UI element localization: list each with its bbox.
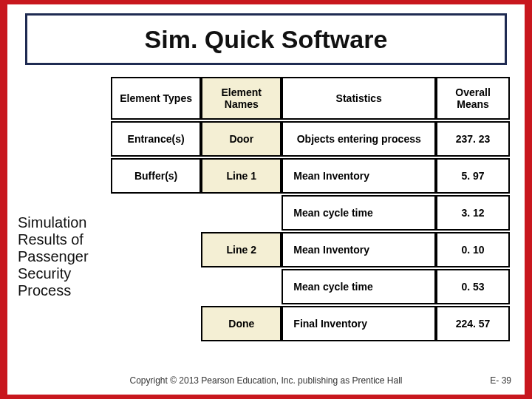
footer-copyright: Copyright © 2013 Pearson Education, Inc.… xyxy=(7,375,525,386)
cell-type xyxy=(111,306,201,341)
title-box: Sim. Quick Software xyxy=(25,13,507,65)
table-row: Mean cycle time0. 53 xyxy=(111,269,510,304)
header-name: Element Names xyxy=(201,77,282,120)
cell-stat: Mean Inventory xyxy=(282,232,436,267)
cell-mean: 0. 10 xyxy=(436,232,510,267)
cell-stat: Objects entering process xyxy=(282,121,436,157)
cell-mean: 5. 97 xyxy=(436,158,510,194)
header-stat: Statistics xyxy=(282,77,436,120)
results-table: Element Types Element Names Statistics O… xyxy=(111,75,510,343)
table-header-row: Element Types Element Names Statistics O… xyxy=(111,77,510,120)
cell-name xyxy=(201,195,282,231)
table-row: Buffer(s)Line 1Mean Inventory5. 97 xyxy=(111,158,510,194)
cell-name: Line 1 xyxy=(201,158,282,194)
table-row: DoneFinal Inventory224. 57 xyxy=(111,306,510,341)
table-row: Entrance(s)DoorObjects entering process2… xyxy=(111,121,510,157)
header-mean: Overall Means xyxy=(436,77,510,120)
table-row: Line 2Mean Inventory0. 10 xyxy=(111,232,510,267)
cell-stat: Mean cycle time xyxy=(282,195,436,231)
cell-name: Done xyxy=(201,306,282,341)
cell-type xyxy=(111,195,201,231)
table-row: Mean cycle time3. 12 xyxy=(111,195,510,231)
cell-stat: Mean Inventory xyxy=(282,158,436,194)
cell-name: Door xyxy=(201,121,282,157)
cell-mean: 3. 12 xyxy=(436,195,510,231)
page: Sim. Quick Software Simulation Results o… xyxy=(7,4,525,395)
cell-type xyxy=(111,232,201,267)
header-type: Element Types xyxy=(111,77,201,120)
cell-name xyxy=(201,269,282,304)
cell-type: Buffer(s) xyxy=(111,158,201,194)
cell-mean: 0. 53 xyxy=(436,269,510,304)
cell-mean: 237. 23 xyxy=(436,121,510,157)
side-caption: Simulation Results of Passenger Security… xyxy=(18,214,106,299)
page-number: E- 39 xyxy=(490,375,511,386)
cell-type xyxy=(111,269,201,304)
cell-name: Line 2 xyxy=(201,232,282,267)
cell-mean: 224. 57 xyxy=(436,306,510,341)
page-title: Sim. Quick Software xyxy=(145,25,388,54)
cell-stat: Final Inventory xyxy=(282,306,436,341)
cell-type: Entrance(s) xyxy=(111,121,201,157)
cell-stat: Mean cycle time xyxy=(282,269,436,304)
